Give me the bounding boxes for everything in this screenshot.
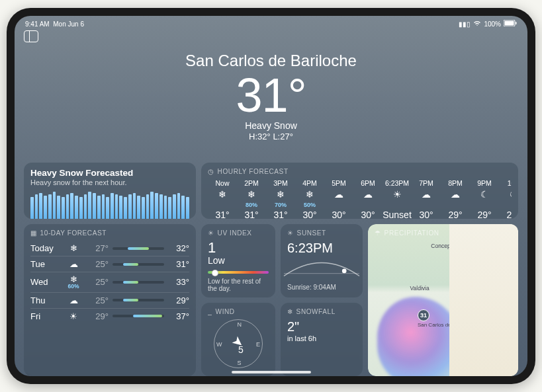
sun-arc (281, 257, 363, 282)
minute-subtitle: Heavy snow for the next hour. (30, 178, 189, 186)
clock-icon: ◷ (208, 168, 214, 175)
hour-cell[interactable]: 2PM ❄︎ 80% 31° (237, 179, 266, 219)
snowfall-value: 2" (287, 319, 356, 334)
map-city-label: Valdivia (410, 285, 429, 292)
hour-cell[interactable]: 9PM ☾ 29° (470, 179, 499, 219)
daily-forecast-card[interactable]: ▦ 10-DAY FORECAST Today ❄︎ 27° .bar[styl… (24, 224, 196, 376)
hour-cell[interactable]: 10P ☾ 29° (499, 179, 512, 219)
hour-cell[interactable]: 4PM ❄︎ 50% 30° (295, 179, 324, 219)
wind-card[interactable]: ⎯WIND NE SW ➤ 5 (201, 303, 275, 376)
map[interactable]: ConcepciónValdiviaARGENTIN 31 San Carlos… (368, 224, 518, 376)
snow-icon: ❄︎ (306, 188, 314, 200)
wind-icon: ⎯ (208, 308, 212, 315)
uv-level: Low (208, 255, 269, 266)
current-condition: Heavy Snow (15, 120, 527, 131)
current-location-pin[interactable]: 31 San Carlos de Bariloche (418, 309, 474, 328)
cloud-icon: ☁︎ (64, 296, 83, 305)
home-indicator[interactable] (232, 371, 311, 373)
snowfall-card[interactable]: ❄︎SNOWFALL 2" in last 6h (281, 303, 363, 376)
daily-row[interactable]: Wed ❄︎60% 25° .bar[style*='--s:20%']::af… (30, 272, 189, 292)
uv-spectrum (208, 271, 269, 274)
night-icon: ☾ (510, 188, 512, 200)
daily-row[interactable]: Thu ☁︎ 25° .bar[style*='--s:20%']::after… (30, 292, 189, 308)
snow-icon: ❄︎ (277, 188, 285, 200)
snow-icon: ❄︎ (248, 188, 255, 200)
hourly-header: ◷ HOURLY FORECAST (208, 168, 512, 175)
current-conditions[interactable]: San Carlos de Bariloche 31° Heavy Snow H… (15, 28, 527, 141)
cloud-icon: ☁︎ (64, 260, 83, 268)
calendar-icon: ▦ (30, 229, 37, 237)
uv-note: Low for the rest of the day. (208, 278, 269, 292)
sunset-icon: ☀︎ (287, 229, 294, 237)
svg-rect-2 (516, 22, 517, 24)
hour-cell[interactable]: 5PM ☁︎ 30° (324, 179, 353, 219)
umbrella-icon: ☂︎ (375, 229, 381, 237)
sidebar-toggle-button[interactable] (24, 30, 38, 42)
precipitation-map-card[interactable]: ☂︎PRECIPITATION ConcepciónValdiviaARGENT… (368, 224, 518, 376)
night-icon: ☾ (480, 188, 489, 200)
location-name: San Carlos de Bariloche (15, 52, 527, 70)
snow-icon: ❄︎ (64, 244, 83, 253)
minute-title: Heavy Snow Forecasted (30, 168, 189, 178)
hi-lo: H:32° L:27° (15, 132, 527, 141)
compass: NE SW ➤ 5 (214, 319, 263, 368)
minute-forecast-card[interactable]: Heavy Snow Forecasted Heavy snow for the… (24, 163, 196, 219)
hour-cell[interactable]: 8PM ☁︎ 29° (441, 179, 470, 219)
ipad-frame: 9:41 AM Mon Jun 6 ▮▮▯ 100% San Carlos de… (7, 8, 535, 384)
weather-app-screen: 9:41 AM Mon Jun 6 ▮▮▯ 100% San Carlos de… (15, 16, 527, 376)
snowflake-icon: ❄︎ (287, 308, 293, 315)
map-city-label: Concepción (431, 243, 461, 249)
daily-row[interactable]: Fri ☀︎ 29° .bar[style*='--s:40%']::after… (30, 308, 189, 324)
svg-rect-1 (505, 21, 514, 26)
daily-row[interactable]: Today ❄︎ 27° .bar[style*='--s:30%']::aft… (30, 241, 189, 256)
hour-cell[interactable]: 3PM ❄︎ 70% 31° (266, 179, 295, 219)
battery-text: 100% (484, 20, 501, 28)
hour-cell[interactable]: 7PM ☁︎ 30° (412, 179, 441, 219)
battery-icon (504, 20, 517, 28)
hour-cell[interactable]: 6:23PM ☀︎ Sunset (383, 179, 412, 219)
daily-row[interactable]: Tue ☁︎ 25° .bar[style*='--s:20%']::after… (30, 256, 189, 272)
signal-icon: ▮▮▯ (459, 20, 471, 28)
daily-header: ▦ 10-DAY FORECAST (30, 229, 189, 237)
cloud-icon: ☁︎ (334, 188, 343, 200)
svg-point-4 (342, 269, 347, 274)
uv-value: 1 (208, 241, 269, 255)
snowfall-sub: in last 6h (287, 334, 356, 342)
current-temp: 31° (15, 71, 527, 119)
status-right: ▮▮▯ 100% (459, 20, 517, 28)
cloud-icon: ☁︎ (363, 188, 373, 200)
snow-icon: ❄︎60% (64, 275, 83, 290)
wifi-icon (473, 20, 481, 28)
status-time: 9:41 AM Mon Jun 6 (25, 20, 84, 28)
night-cloud-icon: ☁︎ (422, 188, 431, 200)
sunset-card[interactable]: ☀︎SUNSET 6:23PM Sunrise: 9:04AM (281, 224, 363, 297)
sun-icon: ☀︎ (208, 229, 214, 237)
hourly-forecast-card[interactable]: ◷ HOURLY FORECAST Now ❄︎ 31°2PM ❄︎ 80% 3… (201, 163, 518, 219)
sunset-icon: ☀︎ (393, 188, 402, 200)
hourly-row[interactable]: Now ❄︎ 31°2PM ❄︎ 80% 31°3PM ❄︎ 70% 31°4P… (208, 179, 512, 219)
map-city-label: ARGENTIN (476, 279, 505, 286)
sunset-time: 6:23PM (287, 241, 356, 256)
hour-cell[interactable]: Now ❄︎ 31° (208, 179, 237, 219)
hour-cell[interactable]: 6PM ☁︎ 30° (353, 179, 383, 219)
sun-icon: ☀︎ (64, 312, 83, 321)
sunrise-text: Sunrise: 9:04AM (287, 284, 356, 291)
night-cloud-icon: ☁︎ (451, 188, 460, 200)
minute-bars (30, 192, 189, 219)
uv-index-card[interactable]: ☀︎UV INDEX 1 Low Low for the rest of the… (201, 224, 275, 297)
status-bar: 9:41 AM Mon Jun 6 ▮▮▯ 100% (15, 16, 527, 28)
snow-icon: ❄︎ (218, 188, 226, 200)
